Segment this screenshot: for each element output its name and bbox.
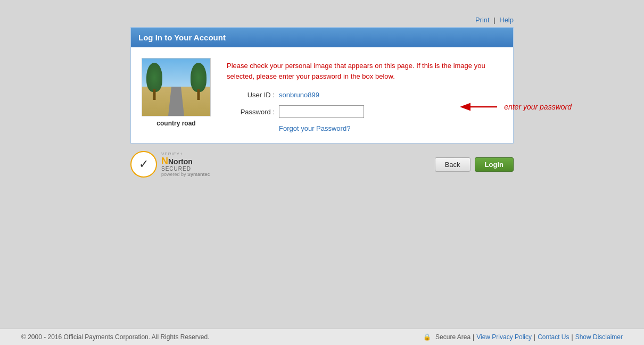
- userid-row: User ID : sonbruno899: [227, 91, 502, 99]
- login-title: Log In to Your Account: [138, 33, 226, 42]
- footer-links: 🔒 Secure Area | View Privacy Policy | Co…: [423, 333, 623, 341]
- login-button[interactable]: Login: [475, 157, 514, 172]
- privacy-policy-link[interactable]: View Privacy Policy: [476, 333, 532, 341]
- form-section: Please check your personal image that ap…: [227, 58, 502, 132]
- norton-secured-label: NNorton: [161, 156, 210, 166]
- sep2: |: [534, 333, 535, 341]
- sep3: |: [572, 333, 573, 341]
- norton-check-icon: ✓: [139, 157, 148, 171]
- norton-circle: ✓: [130, 151, 157, 178]
- norton-secured-sub: SECURED: [161, 166, 210, 172]
- contact-us-link[interactable]: Contact Us: [538, 333, 569, 341]
- login-body: country road Please check your personal …: [131, 47, 513, 143]
- arrow-text: enter your password: [504, 103, 572, 111]
- image-section: country road: [142, 58, 211, 127]
- login-header: Log In to Your Account: [131, 28, 513, 47]
- password-label: Password :: [227, 108, 275, 116]
- symantec-label: Symantec: [187, 172, 210, 177]
- arrow-icon: [457, 99, 500, 115]
- userid-label: User ID :: [227, 91, 275, 99]
- secure-area-text: Secure Area: [435, 333, 470, 341]
- norton-text: VERIFY+ NNorton SECURED powered by Syman…: [161, 152, 210, 177]
- image-caption: country road: [156, 120, 195, 127]
- norton-verify-label: VERIFY+: [161, 152, 210, 156]
- page-wrapper: Print | Help Log In to Your Account: [0, 0, 644, 345]
- help-link[interactable]: Help: [499, 16, 514, 24]
- action-buttons: Back Login: [435, 157, 514, 172]
- top-links: Print | Help: [130, 16, 514, 24]
- print-link[interactable]: Print: [475, 16, 490, 24]
- show-disclaimer-link[interactable]: Show Disclaimer: [575, 333, 623, 341]
- main-content: Print | Help Log In to Your Account: [0, 0, 644, 329]
- tree-left-decoration: [145, 63, 163, 100]
- password-row: Password :: [227, 105, 502, 118]
- norton-powered-label: powered by Symantec: [161, 172, 210, 177]
- arrow-annotation: enter your password: [457, 99, 572, 115]
- bottom-bar: ✓ VERIFY+ NNorton SECURED powered by Sym…: [130, 144, 514, 185]
- instructions-text: Please check your personal image that ap…: [227, 61, 502, 81]
- footer: © 2000 - 2016 Official Payments Corporat…: [0, 329, 644, 345]
- forgot-password-section: Forgot your Password?: [279, 124, 502, 132]
- separator: |: [493, 16, 495, 24]
- lock-icon: 🔒: [423, 333, 431, 341]
- sep1: |: [473, 333, 474, 341]
- password-input[interactable]: [279, 105, 364, 118]
- login-box: Log In to Your Account: [130, 27, 514, 144]
- footer-copyright: © 2000 - 2016 Official Payments Corporat…: [21, 333, 209, 341]
- norton-badge: ✓ VERIFY+ NNorton SECURED powered by Sym…: [130, 151, 210, 178]
- personal-image: [142, 58, 211, 116]
- back-button[interactable]: Back: [435, 157, 470, 172]
- form-section-inner: Please check your personal image that ap…: [227, 61, 502, 132]
- norton-brand: N: [161, 156, 168, 166]
- norton-name: Norton: [168, 157, 193, 166]
- userid-value: sonbruno899: [279, 91, 319, 99]
- tree-right-decoration: [189, 63, 208, 100]
- forgot-password-link[interactable]: Forgot your Password?: [279, 124, 350, 132]
